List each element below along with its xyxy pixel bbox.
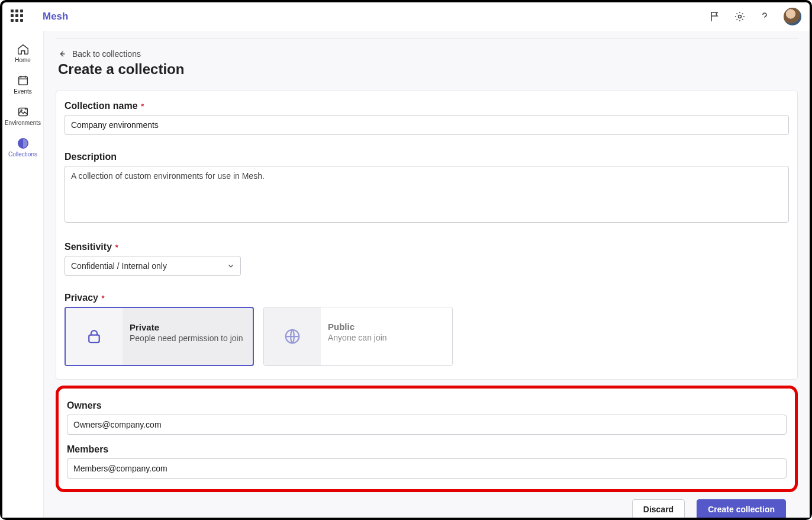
sidebar-item-label: Events (14, 88, 32, 95)
privacy-subtitle: Anyone can join (328, 333, 445, 342)
sidebar-item-label: Home (15, 57, 31, 63)
owners-input[interactable] (67, 415, 787, 435)
flag-icon[interactable] (709, 11, 721, 23)
form-card-members: Owners Members (56, 386, 798, 492)
app-title: Mesh (43, 11, 68, 23)
page-title: Create a collection (58, 61, 798, 78)
gear-icon[interactable] (734, 11, 746, 23)
members-input[interactable] (67, 458, 787, 479)
help-icon[interactable] (759, 11, 771, 23)
back-label: Back to collections (72, 49, 141, 59)
label-sensitivity: Sensitivity * (65, 242, 789, 252)
back-link[interactable]: Back to collections (58, 49, 798, 59)
sidebar-item-home[interactable]: Home (2, 38, 44, 69)
footer: Discard Create collection (56, 492, 798, 518)
label-collection-name: Collection name * (65, 101, 789, 111)
sidebar-item-collections[interactable]: Collections (2, 132, 44, 163)
svg-point-0 (739, 15, 742, 18)
avatar[interactable] (784, 8, 801, 25)
description-input[interactable] (65, 166, 789, 223)
topbar: Mesh (2, 2, 810, 31)
privacy-title: Private (130, 322, 246, 332)
svg-rect-1 (18, 77, 27, 85)
create-collection-button[interactable]: Create collection (697, 499, 786, 518)
lock-icon (85, 328, 103, 345)
sidebar-item-label: Collections (8, 151, 37, 158)
label-privacy: Privacy * (65, 293, 789, 303)
svg-rect-5 (89, 335, 99, 343)
collection-name-input[interactable] (65, 115, 789, 135)
sidebar-item-environments[interactable]: Environments (2, 101, 44, 132)
privacy-subtitle: People need permission to join (130, 333, 246, 343)
sidebar: Home Events Environments Collections (2, 31, 44, 518)
globe-icon (283, 328, 301, 345)
label-owners: Owners (67, 400, 787, 411)
main: Back to collections Create a collection … (44, 31, 810, 518)
label-members: Members (67, 444, 787, 455)
label-description: Description (65, 152, 789, 162)
sidebar-item-events[interactable]: Events (2, 69, 44, 101)
topbar-right (709, 8, 801, 25)
discard-button[interactable]: Discard (632, 499, 685, 518)
privacy-title: Public (328, 322, 445, 332)
form-card-main: Collection name * Description Sensitivit… (56, 91, 798, 380)
privacy-option-public[interactable]: Public Anyone can join (263, 307, 453, 366)
sidebar-item-label: Environments (5, 120, 41, 126)
svg-point-3 (21, 110, 22, 111)
app-launcher-icon[interactable] (11, 9, 25, 24)
sensitivity-select[interactable]: Confidential / Internal only (65, 256, 241, 276)
privacy-option-private[interactable]: Private People need permission to join (65, 307, 254, 366)
